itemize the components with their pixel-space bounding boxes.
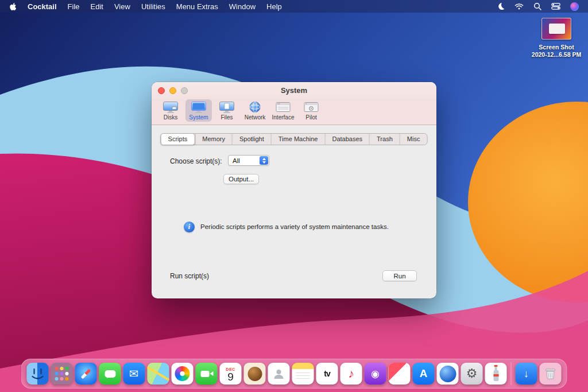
calendar-day: 9	[227, 371, 234, 382]
files-icon	[219, 101, 235, 114]
app-store-a-icon: A	[420, 367, 428, 380]
dock-trash-icon[interactable]	[540, 363, 562, 385]
dock-news-icon[interactable]	[389, 363, 411, 385]
tab-spotlight[interactable]: Spotlight	[232, 134, 271, 145]
dock-safari-icon[interactable]	[75, 363, 97, 385]
dock-system-preferences-icon[interactable]: ⚙	[461, 363, 483, 385]
disks-icon	[163, 101, 179, 114]
dropdown-stepper-icon[interactable]	[260, 156, 268, 165]
choose-scripts-label: Choose script(s):	[170, 157, 222, 165]
toolbar-item-disks[interactable]: Disks	[157, 99, 184, 122]
menu-file[interactable]: File	[68, 2, 80, 11]
window-toolbar: Disks System Files Network Interface Pil…	[152, 99, 436, 125]
bottle-icon	[493, 370, 498, 381]
podcasts-icon: ◉	[371, 368, 380, 380]
menu-menu-extras[interactable]: Menu Extras	[176, 2, 218, 11]
menu-app-name[interactable]: Cocktail	[28, 2, 57, 11]
info-text: Periodic scripts performs a variety of s…	[200, 223, 389, 230]
dock-mail-icon[interactable]: ✉	[123, 363, 145, 385]
dock-podcasts-icon[interactable]: ◉	[365, 363, 386, 385]
menu-view[interactable]: View	[114, 2, 130, 11]
interface-icon	[275, 101, 291, 114]
wifi-icon[interactable]	[514, 3, 524, 10]
info-icon: i	[184, 222, 195, 232]
window-titlebar[interactable]: System	[152, 82, 436, 99]
network-globe-icon	[247, 101, 263, 114]
output-button[interactable]: Output...	[223, 174, 259, 184]
toolbar-item-network[interactable]: Network	[242, 99, 268, 122]
dock-launchpad-icon[interactable]	[51, 363, 73, 385]
close-button[interactable]	[158, 87, 165, 94]
dock-music-icon[interactable]: ♪	[341, 363, 362, 385]
dock-cocktail-icon[interactable]	[437, 363, 459, 385]
spotlight-search-icon[interactable]	[533, 2, 541, 10]
tab-memory[interactable]: Memory	[195, 134, 232, 145]
dock-round-brown-app-icon[interactable]	[244, 363, 266, 385]
screenshot-filename: Screen Shot 2020-12...6.58 PM	[525, 44, 588, 59]
cocktail-window: System Disks System Files Network Interf…	[152, 82, 436, 298]
tab-scripts[interactable]: Scripts	[161, 133, 195, 145]
menu-help[interactable]: Help	[266, 2, 282, 11]
siri-icon[interactable]	[570, 2, 579, 11]
dock-facetime-icon[interactable]	[196, 363, 218, 385]
control-center-icon[interactable]	[551, 3, 560, 10]
dock-separator	[511, 362, 512, 385]
system-icon	[191, 101, 207, 114]
pilot-icon	[303, 101, 319, 114]
download-arrow-icon: ↓	[524, 368, 529, 380]
dock-messages-icon[interactable]	[99, 363, 121, 385]
scripts-dropdown-value: All	[233, 157, 240, 164]
dock-tv-icon[interactable]: tv	[316, 363, 338, 385]
dock-calendar-icon[interactable]: DEC 9	[220, 363, 242, 385]
dock-downloads-icon[interactable]: ↓	[516, 363, 537, 385]
dock-photos-icon[interactable]	[172, 363, 194, 385]
dock-contacts-icon[interactable]	[268, 363, 290, 385]
minimize-button[interactable]	[169, 87, 176, 94]
tab-bar: Scripts Memory Spotlight Time Machine Da…	[161, 133, 428, 145]
desktop-screenshot-file[interactable]: Screen Shot 2020-12...6.58 PM	[525, 18, 588, 59]
music-note-icon: ♪	[348, 367, 354, 381]
tab-databases[interactable]: Databases	[324, 134, 369, 145]
zoom-button[interactable]	[181, 87, 188, 94]
envelope-icon: ✉	[129, 367, 139, 381]
run-scripts-label: Run script(s)	[170, 272, 209, 280]
tab-trash[interactable]: Trash	[369, 134, 400, 145]
dock: ✉ DEC 9 tv ♪ ◉ A ⚙ ↓	[21, 359, 567, 389]
menu-edit[interactable]: Edit	[91, 2, 103, 11]
dock-app-store-icon[interactable]: A	[413, 363, 435, 385]
run-button[interactable]: Run	[382, 270, 417, 281]
dock-bottle-utility-icon[interactable]	[485, 363, 507, 385]
message-bubble-icon	[105, 370, 115, 378]
do-not-disturb-icon[interactable]	[497, 2, 505, 10]
toolbar-item-pilot[interactable]: Pilot	[298, 99, 324, 122]
gear-icon: ⚙	[466, 366, 478, 381]
desktop: Cocktail File Edit View Utilities Menu E…	[0, 0, 588, 392]
dock-finder-icon[interactable]	[27, 363, 49, 385]
tab-misc[interactable]: Misc	[400, 134, 427, 145]
photos-pinwheel-icon	[175, 366, 190, 381]
apple-menu-icon[interactable]	[9, 2, 17, 11]
window-title: System	[152, 82, 436, 99]
tv-logo: tv	[324, 369, 330, 378]
menu-window[interactable]: Window	[229, 2, 256, 11]
menu-utilities[interactable]: Utilities	[141, 2, 165, 11]
dock-maps-icon[interactable]	[148, 363, 169, 385]
toolbar-item-files[interactable]: Files	[214, 99, 240, 122]
toolbar-item-system[interactable]: System	[185, 99, 212, 122]
video-camera-icon	[201, 371, 210, 377]
scripts-dropdown[interactable]: All	[228, 155, 269, 166]
screenshot-thumbnail[interactable]	[541, 18, 571, 40]
tab-time-machine[interactable]: Time Machine	[271, 134, 325, 145]
blue-sphere-icon	[439, 366, 456, 382]
menu-bar: Cocktail File Edit View Utilities Menu E…	[0, 0, 588, 13]
dock-notes-icon[interactable]	[292, 363, 314, 385]
toolbar-item-interface[interactable]: Interface	[270, 99, 296, 122]
